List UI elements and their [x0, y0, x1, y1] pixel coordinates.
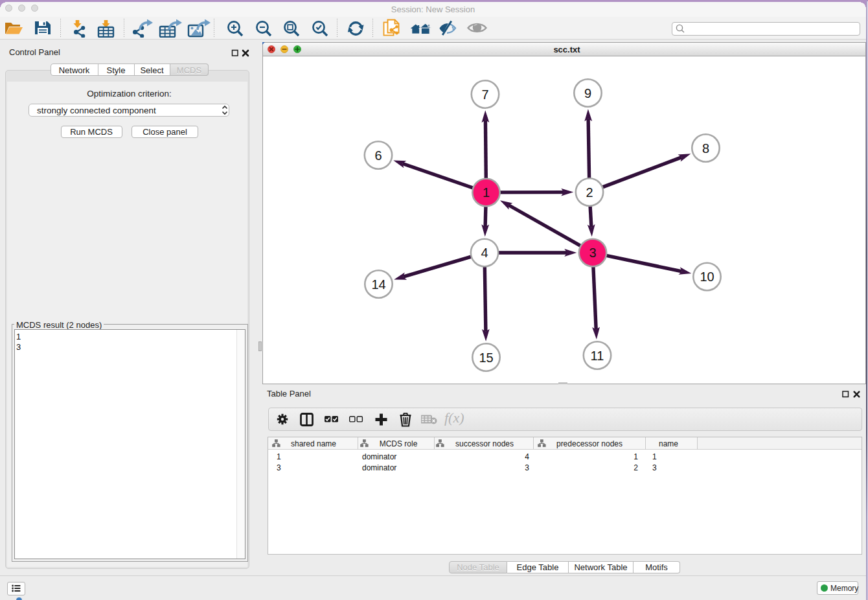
- svg-text:14: 14: [371, 277, 385, 292]
- svg-text:6: 6: [374, 148, 382, 163]
- svg-text:3: 3: [589, 246, 596, 260]
- svg-text:11: 11: [591, 349, 604, 363]
- svg-text:4: 4: [481, 246, 488, 260]
- svg-text:8: 8: [702, 141, 709, 156]
- svg-text:1: 1: [483, 185, 490, 200]
- svg-text:2: 2: [586, 185, 593, 200]
- svg-text:7: 7: [481, 87, 488, 102]
- svg-text:15: 15: [479, 351, 493, 365]
- svg-text:10: 10: [700, 270, 714, 284]
- svg-text:9: 9: [584, 86, 591, 100]
